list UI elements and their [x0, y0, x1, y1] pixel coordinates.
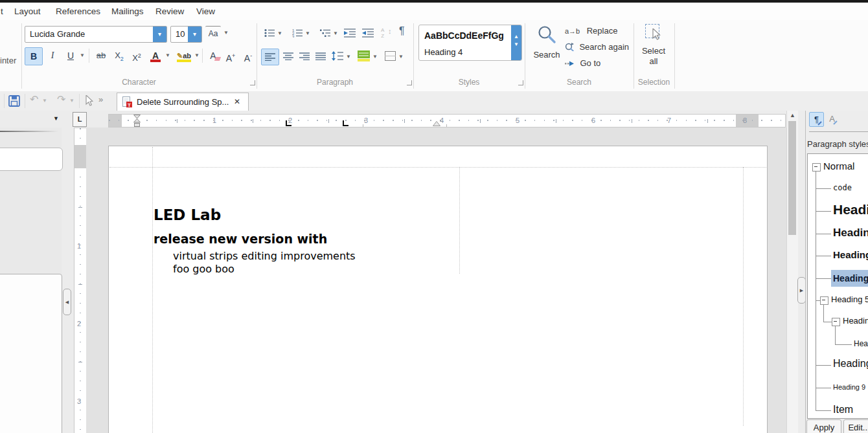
style-item-heading4[interactable]: Heading 4 [833, 273, 868, 283]
doc-line[interactable]: foo goo boo [173, 263, 234, 275]
chevron-down-icon[interactable]: ▾ [188, 27, 201, 42]
clear-formatting-button[interactable]: A [205, 47, 222, 64]
tree-collapse-icon[interactable] [812, 163, 821, 172]
menu-item-layout[interactable]: Layout [14, 6, 41, 17]
tab-stop-marker[interactable] [286, 120, 291, 126]
shrink-font-button[interactable]: A- [240, 47, 256, 64]
save-icon[interactable] [8, 95, 20, 107]
character-styles-toggle[interactable]: A [825, 112, 839, 126]
borders-button[interactable] [385, 51, 396, 61]
document-page[interactable]: LED Lab release new version with virtual… [108, 146, 768, 433]
group-expand-icon[interactable] [250, 80, 255, 85]
sort-button[interactable]: AZ↕ [381, 27, 384, 39]
scroll-up-button[interactable]: ▲ [787, 112, 798, 121]
menu-item-review[interactable]: Review [155, 6, 184, 17]
line-spacing-button[interactable] [332, 51, 343, 61]
chevron-down-icon[interactable]: ▼ [194, 47, 200, 64]
menu-item-view[interactable]: View [196, 6, 215, 17]
chevron-down-icon[interactable]: ▼ [372, 49, 378, 65]
close-icon[interactable]: ✕ [234, 97, 240, 106]
align-right-button[interactable] [299, 52, 310, 60]
bullet-list-button[interactable] [264, 28, 275, 38]
indent-marker[interactable] [133, 115, 141, 127]
chevron-down-icon[interactable]: ▼ [223, 26, 229, 40]
tree-collapse-icon[interactable] [820, 296, 828, 305]
tree-collapse-icon[interactable] [832, 318, 840, 326]
chevron-down-icon[interactable]: ▼ [277, 25, 282, 42]
ruler-triangle-marker[interactable] [433, 121, 440, 126]
doc-line[interactable]: virtual strips editing improvements [173, 250, 356, 262]
chevron-down-icon[interactable]: ▼ [398, 49, 404, 65]
chevron-up-icon[interactable]: ▲ [511, 34, 521, 39]
style-item-normal[interactable]: Normal [823, 161, 854, 172]
select-tool-icon[interactable] [86, 95, 94, 106]
undo-icon[interactable]: ↶ [30, 93, 38, 105]
style-item-heading6[interactable]: Heading 6 [843, 316, 868, 326]
bold-button[interactable]: B [25, 47, 43, 65]
scrollbar-thumb[interactable] [788, 121, 796, 235]
select-all-button[interactable]: Select all [635, 23, 672, 77]
increase-indent-button[interactable] [344, 28, 356, 38]
subscript-button[interactable]: X2 [111, 47, 127, 64]
numbered-list-button[interactable]: 123 [292, 28, 303, 38]
undo-dropdown-icon[interactable]: ▼ [42, 91, 47, 111]
chevron-down-icon[interactable]: ▼ [333, 25, 338, 42]
superscript-button[interactable]: X2 [129, 47, 144, 64]
change-case-button[interactable]: Aa [205, 26, 221, 41]
font-size-combo[interactable]: 10 ▾ [170, 26, 202, 43]
font-color-button[interactable]: A [148, 47, 163, 64]
goto-button[interactable]: Go to [565, 57, 600, 67]
style-item-heading9[interactable]: Heading 9 [833, 383, 865, 391]
toolbar-overflow-button[interactable]: » [98, 94, 103, 104]
highlight-button[interactable]: ✎ab [175, 47, 193, 64]
italic-button[interactable]: I [45, 47, 60, 64]
multilevel-list-button[interactable] [320, 28, 331, 38]
chevron-down-icon[interactable]: ▼ [305, 25, 310, 42]
sidebar-collapse-handle-left[interactable]: ◀ [63, 289, 71, 315]
vertical-ruler[interactable]: 1 2 3 [74, 128, 87, 433]
strikethrough-button[interactable]: ab [93, 47, 109, 64]
tab-stop-marker[interactable] [343, 120, 348, 126]
redo-dropdown-icon[interactable]: ▼ [69, 91, 74, 111]
search-button[interactable]: Search [532, 24, 561, 63]
replace-button[interactable]: a→b Replace [565, 25, 617, 35]
style-item-heading8[interactable]: Heading 8 [833, 358, 868, 370]
document-tab[interactable]: T Delete Surrounding Sp... ✕ [117, 93, 249, 111]
group-expand-icon[interactable] [518, 80, 523, 85]
style-item-heading1[interactable]: Heading 1 [833, 202, 868, 217]
doc-heading[interactable]: release new version with [154, 232, 327, 246]
underline-button[interactable]: U [63, 47, 78, 64]
chevron-down-icon[interactable]: ▾ [153, 27, 166, 42]
style-item-heading3[interactable]: Heading 3 [833, 249, 868, 260]
tab-stop-selector[interactable]: L [73, 112, 87, 127]
chevron-down-icon[interactable]: ▼ [53, 115, 59, 122]
paragraph-styles-toggle[interactable]: ¶ [809, 112, 824, 127]
chevron-down-icon[interactable]: ▼ [165, 47, 170, 64]
chevron-down-icon[interactable]: ▼ [80, 47, 85, 64]
style-item-code[interactable]: code [833, 183, 852, 192]
edit-button[interactable]: Edit... [843, 419, 868, 433]
style-item-item[interactable]: Item [833, 404, 853, 416]
menu-item-references[interactable]: References [56, 6, 100, 17]
horizontal-ruler[interactable]: 1 2 3 4 5 6 7 8 [108, 114, 786, 128]
align-center-button[interactable] [283, 52, 293, 60]
menu-item-mailings[interactable]: Mailings [111, 6, 144, 17]
justify-button[interactable] [315, 52, 326, 60]
search-again-button[interactable]: Search again [565, 41, 629, 51]
chevron-down-icon[interactable]: ▼ [346, 49, 351, 65]
doc-title[interactable]: LED Lab [154, 206, 221, 223]
style-item-heading5[interactable]: Heading 5 [831, 294, 868, 304]
style-item-heading7[interactable]: Heading 7 [854, 339, 868, 348]
style-preview-box[interactable]: AaBbCcDdEeFfGg Heading 4 ▲ ▼ [418, 25, 522, 61]
grow-font-button[interactable]: A+ [223, 47, 238, 64]
document-canvas[interactable]: LED Lab release new version with virtual… [86, 128, 786, 433]
style-tree[interactable]: Normal code Heading 1 Heading 2 Heading … [807, 153, 868, 419]
decrease-indent-button[interactable] [362, 28, 374, 38]
font-name-combo[interactable]: Lucida Grande ▾ [25, 26, 167, 43]
vertical-scrollbar[interactable]: ▲ [786, 111, 798, 433]
shading-button[interactable] [358, 50, 370, 61]
align-left-button[interactable] [261, 49, 279, 65]
apply-button[interactable]: Apply [806, 419, 841, 433]
redo-icon[interactable]: ↷ [57, 93, 65, 105]
group-expand-icon[interactable] [407, 80, 412, 85]
